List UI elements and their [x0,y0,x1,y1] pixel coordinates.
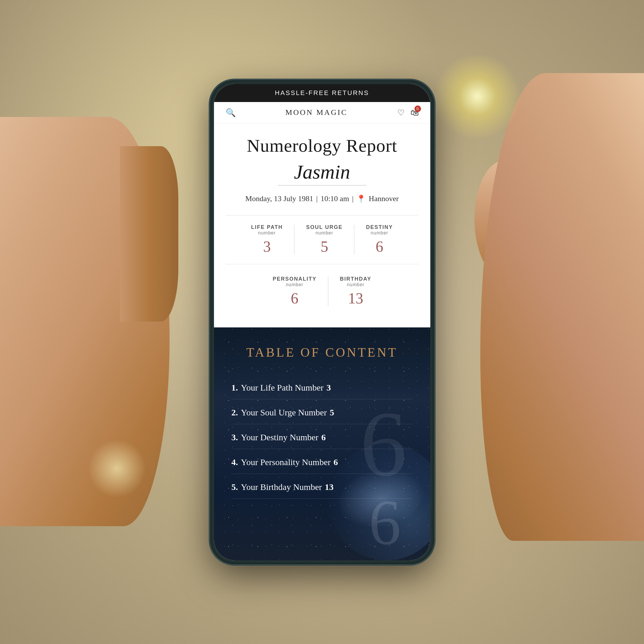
soul-urge-value: 5 [306,238,343,255]
report-name: Jasmin [226,160,419,184]
destiny-value: 6 [366,238,393,255]
personality-sublabel: number [273,282,317,287]
date-separator2: | [352,194,353,203]
toc-item-1-value: 3 [327,383,331,393]
numbers-grid-bottom: PERSONALITY number 6 BIRTHDAY number 13 [226,270,419,313]
header-right-icons: ♡ 🛍 0 [397,108,419,118]
app-header: 🔍 MOON MAGIC ♡ 🛍 0 [214,102,430,124]
cart-button[interactable]: 🛍 0 [410,108,419,118]
life-path-sublabel: number [251,230,283,236]
search-icon[interactable]: 🔍 [226,108,236,118]
date-text: Monday, 13 July 1981 [245,194,313,203]
report-section: Numerology Report Jasmin Monday, 13 July… [214,124,430,327]
toc-item-2-text: Your Soul Urge Number [241,408,327,417]
destiny-sublabel: number [366,230,393,236]
phone-content: HASSLE-FREE RETURNS 🔍 MOON MAGIC ♡ 🛍 0 [214,84,430,560]
toc-list: 1. Your Life Path Number 3 2. Your Soul … [232,374,413,499]
scene: HASSLE-FREE RETURNS 🔍 MOON MAGIC ♡ 🛍 0 [0,0,644,644]
notification-text: HASSLE-FREE RETURNS [275,89,369,96]
birthday-label: BIRTHDAY [340,276,371,282]
toc-item-2: 2. Your Soul Urge Number 5 [232,399,413,424]
numbers-grid-top: LIFE PATH number 3 SOUL URGE number 5 [226,215,419,264]
phone-wrapper: HASSLE-FREE RETURNS 🔍 MOON MAGIC ♡ 🛍 0 [211,81,433,563]
personality-value: 6 [273,290,317,307]
toc-item-3-value: 6 [321,432,326,442]
time-text: 10:10 am [321,194,349,203]
destiny-cell: DESTINY number 6 [354,221,405,258]
toc-item-4-number: 4. [232,457,238,467]
birthday-sublabel: number [340,282,371,287]
toc-item-2-number: 2. [232,408,238,417]
toc-item-1-text: Your Life Path Number [241,383,324,393]
toc-item-5-number: 5. [232,482,238,492]
soul-urge-label: SOUL URGE [306,224,343,230]
life-path-label: LIFE PATH [251,224,283,230]
bg-number-bottom: 6 [369,490,401,555]
hand-right [480,73,644,541]
life-path-value: 3 [251,238,283,255]
date-separator: | [316,194,317,203]
dark-section: 6 6 TABLE OF CONTENT 1. Your Life Path N… [214,327,430,560]
birthday-cell: BIRTHDAY number 13 [328,273,383,310]
toc-item-1: 1. Your Life Path Number 3 [232,374,413,399]
phone-screen: HASSLE-FREE RETURNS 🔍 MOON MAGIC ♡ 🛍 0 [214,84,430,560]
toc-item-4: 4. Your Personality Number 6 [232,449,413,474]
toc-item-3-text: Your Destiny Number [241,432,318,442]
destiny-label: DESTINY [366,224,393,230]
toc-item-5: 5. Your Birthday Number 13 [232,474,413,499]
header-logo: MOON MAGIC [236,108,397,117]
report-title: Numerology Report [226,135,419,156]
soul-urge-cell: SOUL URGE number 5 [294,221,354,258]
personality-cell: PERSONALITY number 6 [261,273,328,310]
life-path-cell: LIFE PATH number 3 [239,221,294,258]
birthday-value: 13 [340,290,371,307]
search-section: 🔍 [226,108,236,118]
wishlist-icon[interactable]: ♡ [397,108,405,118]
soul-urge-sublabel: number [306,230,343,236]
hand-left [0,117,170,526]
report-date: Monday, 13 July 1981 | 10:10 am | 📍 Hann… [226,194,419,203]
toc-item-5-value: 13 [325,482,334,492]
location-text: Hannover [369,194,399,203]
toc-item-2-value: 5 [330,408,334,417]
toc-item-4-text: Your Personality Number [241,457,331,467]
toc-item-1-number: 1. [232,383,238,393]
location-icon: 📍 [356,194,366,203]
personality-label: PERSONALITY [273,276,317,282]
name-underline [278,185,366,186]
phone-frame: HASSLE-FREE RETURNS 🔍 MOON MAGIC ♡ 🛍 0 [211,81,433,563]
toc-item-3-number: 3. [232,432,238,442]
toc-item-3: 3. Your Destiny Number 6 [232,424,413,449]
toc-title: TABLE OF CONTENT [232,345,413,360]
toc-item-5-text: Your Birthday Number [241,482,322,492]
notification-bar: HASSLE-FREE RETURNS [214,84,430,102]
toc-item-4-value: 6 [334,457,338,467]
cart-count: 0 [415,106,421,112]
